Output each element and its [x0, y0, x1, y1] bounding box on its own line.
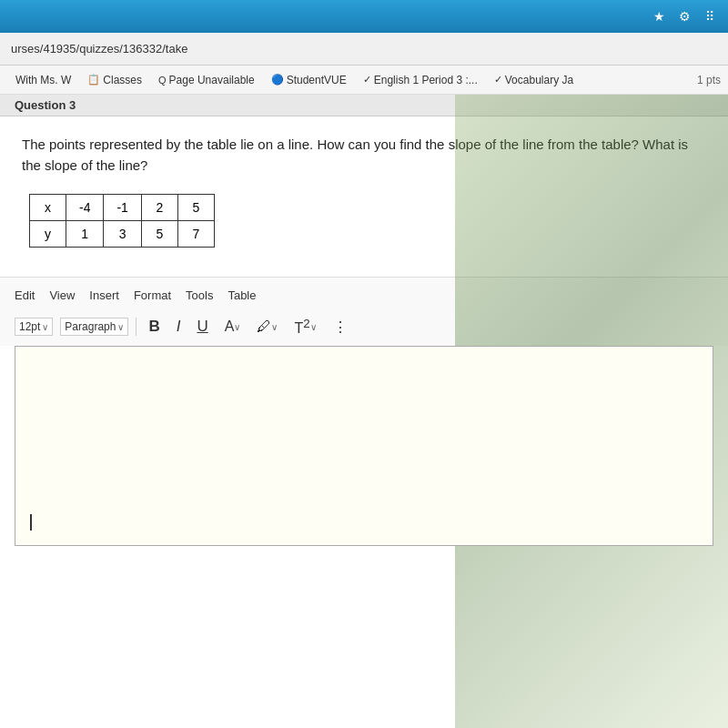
paragraph-chevron: ∨ — [117, 322, 124, 332]
star-icon[interactable]: ★ — [650, 7, 668, 25]
bookmark-label-page-unavailable: Page Unavailable — [169, 74, 255, 86]
question-header: Question 3 — [0, 95, 728, 116]
url-text: urses/41935/quizzes/136332/take — [11, 42, 717, 56]
question-text: The points represented by the table lie … — [22, 135, 706, 176]
font-size-label: 12pt — [19, 320, 40, 333]
menu-insert[interactable]: Insert — [89, 288, 119, 302]
table-row-x: x -4 -1 2 5 — [30, 195, 215, 221]
table-cell-y-3: 5 — [141, 221, 177, 248]
bookmark-vocabulary[interactable]: ✓ Vocabulary Ja — [489, 72, 579, 88]
table-cell-y-1: 1 — [66, 221, 104, 248]
menu-tools[interactable]: Tools — [186, 288, 213, 302]
bookmark-english1[interactable]: ✓ English 1 Period 3 :... — [358, 72, 483, 88]
highlight-icon: 🖊 — [257, 318, 271, 335]
bookmark-page-unavailable[interactable]: Q Page Unavailable — [153, 72, 260, 88]
table-cell-y-4: 7 — [177, 221, 214, 248]
bold-button[interactable]: B — [144, 316, 164, 338]
bookmark-label-studentvue: StudentVUE — [287, 74, 347, 86]
table-cell-x-3: 2 — [141, 195, 177, 221]
font-color-chevron: ∨ — [234, 322, 240, 332]
pts-label: 1 pts — [697, 74, 721, 86]
bookmark-icon-studentvue: 🔵 — [271, 74, 284, 86]
bookmark-icon-vocabulary: ✓ — [494, 74, 502, 86]
highlight-chevron: ∨ — [271, 322, 278, 332]
table-cell-y-label: y — [30, 221, 66, 248]
editor-toolbar: 12pt ∨ Paragraph ∨ B I U A ∨ 🖊 ∨ T2 ∨ — [15, 311, 713, 346]
text-cursor — [30, 514, 32, 531]
bookmark-studentvue[interactable]: 🔵 StudentVUE — [266, 72, 352, 88]
paragraph-label: Paragraph — [65, 320, 116, 333]
font-color-label: A — [225, 318, 235, 335]
bookmark-classes[interactable]: 📋 Classes — [82, 72, 147, 88]
superscript-chevron: ∨ — [310, 322, 317, 332]
editor-area: Edit View Insert Format Tools Table 12pt… — [0, 277, 728, 346]
bookmark-icon-page-unavailable: Q — [158, 75, 167, 86]
bookmark-with-ms-w[interactable]: With Ms. W — [7, 72, 76, 88]
bookmark-label-vocabulary: Vocabulary Ja — [505, 74, 573, 86]
bookmarks-bar: With Ms. W 📋 Classes Q Page Unavailable … — [0, 66, 728, 95]
question-number: Question 3 — [15, 98, 76, 112]
menu-view[interactable]: View — [49, 288, 75, 302]
font-size-chevron: ∨ — [42, 322, 48, 332]
superscript-button[interactable]: T2 ∨ — [289, 315, 320, 339]
font-size-select[interactable]: 12pt ∨ — [15, 318, 53, 336]
menu-icon[interactable]: ⠿ — [701, 7, 719, 25]
text-input-area[interactable] — [15, 346, 713, 546]
address-bar[interactable]: urses/41935/quizzes/136332/take — [0, 33, 728, 66]
bookmark-label-with-ms-w: With Ms. W — [15, 74, 71, 86]
font-color-button[interactable]: A ∨ — [220, 317, 246, 337]
paragraph-select[interactable]: Paragraph ∨ — [60, 318, 128, 336]
menu-format[interactable]: Format — [134, 288, 171, 302]
bookmark-icon-english1: ✓ — [363, 74, 371, 86]
toolbar-separator-1 — [136, 318, 136, 336]
question-body: The points represented by the table lie … — [0, 116, 728, 277]
highlight-button[interactable]: 🖊 ∨ — [252, 317, 282, 337]
browser-chrome: ★ ⚙ ⠿ — [0, 0, 728, 33]
bookmark-icon-classes: 📋 — [87, 74, 100, 86]
xy-table: x -4 -1 2 5 y 1 3 5 7 — [29, 194, 215, 248]
superscript-label: T2 — [294, 317, 309, 337]
menu-table[interactable]: Table — [228, 288, 256, 302]
bookmark-label-english1: English 1 Period 3 :... — [374, 74, 478, 86]
table-cell-x-4: 5 — [177, 195, 214, 221]
table-cell-y-2: 3 — [104, 221, 141, 248]
menu-edit[interactable]: Edit — [15, 288, 35, 302]
table-cell-x-label: x — [30, 195, 66, 221]
italic-button[interactable]: I — [172, 316, 186, 338]
more-options-button[interactable]: ⋮ — [329, 317, 352, 338]
data-table-container: x -4 -1 2 5 y 1 3 5 7 — [29, 194, 706, 248]
table-cell-x-2: -1 — [104, 195, 141, 221]
bookmark-label-classes: Classes — [103, 74, 142, 86]
settings-icon[interactable]: ⚙ — [675, 7, 693, 25]
table-row-y: y 1 3 5 7 — [30, 221, 215, 248]
editor-menubar: Edit View Insert Format Tools Table — [15, 285, 713, 306]
underline-button[interactable]: U — [192, 316, 212, 338]
table-cell-x-1: -4 — [66, 195, 104, 221]
page-content: Question 3 The points represented by the… — [0, 95, 728, 728]
